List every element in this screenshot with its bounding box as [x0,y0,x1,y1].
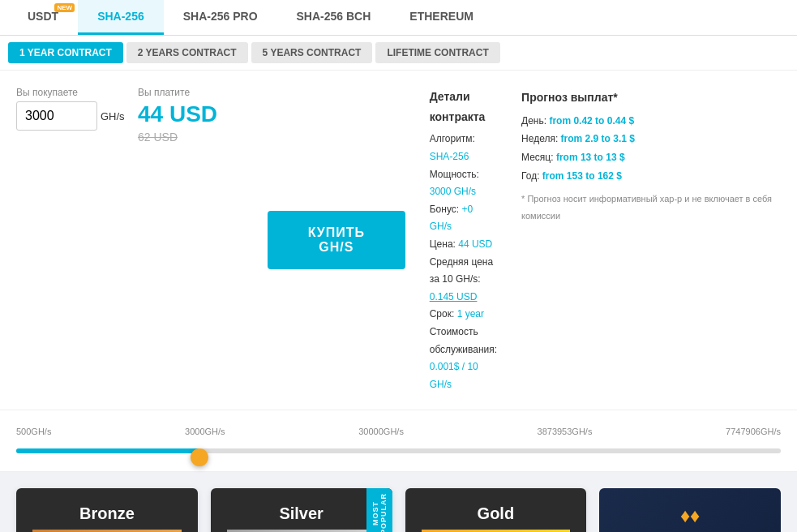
slider-section: 500GH/s 3000GH/s 30000GH/s 3873953GH/s 7… [0,410,797,472]
cards-section: Bronze Особенности бронзового уровня: SH… [0,472,797,532]
contract-details-title: Детали контракта [430,87,497,127]
payout-month: Месяц: from 13 to 13 $ [521,148,781,167]
payout-title: Прогноз выплат* [521,87,781,109]
duration-2year[interactable]: 2 YEARS CONTRACT [126,42,248,63]
card-bronze-header: Bronze [16,488,198,532]
purchase-unit: GH/s [101,110,125,122]
contract-bonus-value: +0 GH/s [430,204,473,233]
payment-price: 44 USD [138,101,243,127]
slider-labels: 500GH/s 3000GH/s 30000GH/s 3873953GH/s 7… [16,427,781,436]
slider-label-0: 500GH/s [16,427,51,436]
purchase-block: Вы покупаете GH/s [16,87,114,131]
contract-maintenance: Стоимость обслуживания: 0.001$ / 10 GH/s [430,324,497,393]
card-silver: Silver MOST POPULAR Особенности серебрян… [211,488,392,532]
slider-label-1: 3000GH/s [185,427,225,436]
slider-thumb[interactable] [191,448,208,466]
payout-year: Год: from 153 to 162 $ [521,167,781,186]
tab-ethereum[interactable]: ETHEREUM [390,0,493,35]
payout-year-value: from 153 to 162 $ [542,170,622,182]
duration-lifetime[interactable]: LIFETIME CONTRACT [375,42,499,63]
card-diamond: ♦♦ Diamond То же, что и Gold, А также (о… [599,488,781,532]
new-badge: NEW [54,3,75,12]
payout-week: Неделя: from 2.9 to 3.1 $ [521,130,781,148]
card-silver-title: Silver [279,504,323,522]
contract-section: Вы покупаете GH/s Вы платите 44 USD 62 U… [0,71,797,410]
slider-fill [16,448,199,453]
contract-term-value: 1 year [457,308,484,320]
payment-old-price: 62 USD [138,131,243,144]
diamond-icon: ♦♦ [612,504,768,527]
tab-sha256bch[interactable]: SHA-256 BCH [277,0,391,35]
most-popular-badge: MOST POPULAR [366,488,392,532]
tab-usdt[interactable]: USDT NEW [8,0,78,35]
tab-sha256[interactable]: SHA-256 [78,0,164,35]
tab-sha256bch-label: SHA-256 BCH [297,10,371,23]
payout-week-value: from 2.9 to 3.1 $ [561,133,635,144]
slider-label-4: 7747906GH/s [726,427,781,436]
contract-bonus: Бонус: +0 GH/s [430,201,497,236]
card-bronze-title: Bronze [79,504,135,522]
buy-button[interactable]: КУПИТЬ GH/S [268,211,405,269]
contract-term: Срок: 1 year [430,306,497,324]
contract-price-value: 44 USD [458,238,492,250]
algo-tabs: USDT NEW SHA-256 SHA-256 PRO SHA-256 BCH… [0,0,797,36]
payout-day: День: from 0.42 to 0.44 $ [521,112,781,131]
tab-ethereum-label: ETHEREUM [409,10,473,23]
duration-5year[interactable]: 5 YEARS CONTRACT [251,42,373,63]
algo-tabs-container: USDT NEW SHA-256 SHA-256 PRO SHA-256 BCH… [0,0,797,472]
diamond-header: ♦♦ Diamond [599,488,781,532]
duration-1year[interactable]: 1 YEAR CONTRACT [8,42,123,63]
tab-sha256pro[interactable]: SHA-256 PRO [164,0,277,35]
contract-algorithm: Алгоритм: SHA-256 [430,131,497,165]
card-bronze: Bronze Особенности бронзового уровня: SH… [16,488,198,532]
slider-track [16,448,781,453]
contract-avg-price-value: 0.145 USD [430,291,478,302]
card-gold-header: Gold [405,488,587,532]
purchase-input[interactable] [16,101,97,131]
contract-algorithm-value: SHA-256 [430,151,469,162]
contract-price: Цена: 44 USD [430,236,497,254]
purchase-label: Вы покупаете [16,87,114,98]
payout-block: Прогноз выплат* День: from 0.42 to 0.44 … [521,87,781,225]
card-gold: Gold Особенности золотого уровня: (от 30… [405,488,587,532]
slider-label-3: 3873953GH/s [538,427,593,436]
tab-sha256-label: SHA-256 [97,10,144,23]
payout-month-value: from 13 to 13 $ [556,152,625,163]
tab-usdt-label: USDT [28,10,58,23]
card-silver-header: Silver MOST POPULAR [211,488,392,532]
slider-label-2: 30000GH/s [358,427,404,436]
payout-day-value: from 0.42 to 0.44 $ [549,115,634,127]
payment-block: Вы платите 44 USD 62 USD [138,87,243,144]
slider-wrapper[interactable] [16,443,781,459]
payment-label: Вы платите [138,87,243,98]
payout-note: * Прогноз носит информативный хар-р и не… [521,191,781,225]
tab-sha256pro-label: SHA-256 PRO [183,10,258,23]
contract-details: Детали контракта Алгоритм: SHA-256 Мощно… [430,87,497,393]
contract-power: Мощность: 3000 GH/s [430,166,497,201]
card-gold-title: Gold [478,504,515,522]
contract-power-value: 3000 GH/s [430,186,476,197]
duration-tabs: 1 YEAR CONTRACT 2 YEARS CONTRACT 5 YEARS… [0,36,797,71]
contract-maintenance-value: 0.001$ / 10 GH/s [430,361,478,390]
contract-avg-price: Средняя цена за 10 GH/s: 0.145 USD [430,254,497,307]
